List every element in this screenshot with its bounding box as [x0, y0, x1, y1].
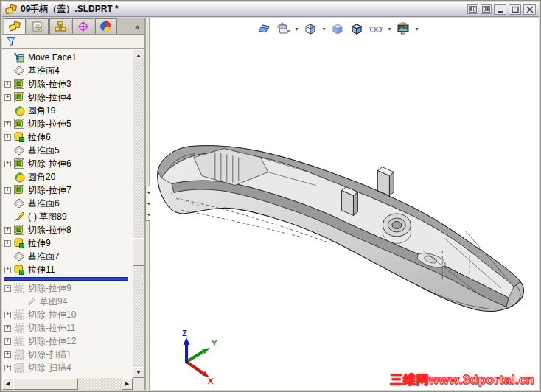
feature-manager-panel: » Move Face1基准面4+切除-拉伸3+切除-拉伸4圆角19+切除-拉伸… [2, 18, 145, 390]
origin-triad: Z Y X [161, 315, 227, 386]
tree-expand-toggle[interactable]: + [4, 312, 11, 318]
displaymanager-tab[interactable] [95, 18, 117, 34]
propertymanager-icon [32, 21, 43, 32]
fillet-icon [13, 105, 25, 116]
feature-tree-item-label: 切除-拉伸9 [28, 282, 71, 295]
filter-funnel-icon [6, 36, 16, 46]
sketch-icon [13, 211, 25, 223]
feature-tree-item[interactable]: 基准面6 [2, 197, 133, 210]
split-view-right-button[interactable] [481, 4, 492, 14]
tree-expand-toggle[interactable]: + [4, 365, 11, 371]
feature-tree-item[interactable]: +切除-拉伸10 [2, 308, 133, 321]
feature-tree-item[interactable]: Move Face1 [2, 51, 133, 64]
feature-tree-item-label: 切除-拉伸4 [28, 91, 71, 104]
scroll-right-button[interactable]: ▶ [122, 378, 133, 390]
feature-tree-item[interactable]: +切除-拉伸8 [2, 223, 133, 237]
cut-extrude-suppressed-icon [13, 309, 25, 321]
feature-tree-item[interactable]: +切除-拉伸4 [2, 91, 133, 104]
feature-tree-item[interactable]: +切除-拉伸11 [2, 321, 133, 335]
maximize-button[interactable] [509, 4, 521, 15]
boss-extrude-icon [13, 131, 25, 143]
feature-tree-item[interactable]: -切除-拉伸9 [2, 281, 133, 295]
panel-tab-strip: » [2, 18, 144, 35]
feature-tree-item[interactable]: +切除-拉伸5 [2, 117, 133, 130]
plane-icon [13, 144, 25, 156]
boss-extrude-icon [13, 237, 25, 249]
rollback-bar[interactable] [4, 277, 128, 281]
cut-extrude-icon [13, 224, 25, 236]
feature-tree-item[interactable]: +切除-拉伸7 [2, 183, 133, 197]
tree-expand-toggle[interactable]: + [4, 240, 11, 247]
feature-tree-item-label: 基准面4 [28, 65, 60, 77]
feature-tree-item[interactable]: 草图94 [2, 295, 133, 308]
plane-icon [13, 251, 25, 262]
feature-tree-item[interactable]: 基准面4 [2, 64, 133, 77]
window-title: 09手柄（盖）.SLDPRT * [21, 3, 119, 15]
feature-tree-item-label: 拉伸11 [28, 264, 55, 276]
solidworks-part-icon [5, 4, 18, 15]
close-button[interactable] [523, 4, 536, 15]
filter-bar[interactable] [2, 35, 144, 49]
scroll-up-button[interactable]: ▲ [133, 49, 144, 60]
feature-tree-item[interactable]: (-) 草图89 [2, 210, 133, 223]
cut-extrude-icon [13, 91, 25, 103]
tree-expand-toggle[interactable]: - [4, 285, 11, 292]
feature-tree-item[interactable]: +切除-扫描1 [2, 348, 133, 361]
plane-icon [13, 197, 25, 209]
tree-expand-toggle[interactable]: + [4, 161, 11, 167]
minimize-button[interactable] [494, 4, 506, 15]
featuremanager-tab[interactable] [4, 18, 26, 34]
tree-horizontal-scrollbar: ◀ ▶ [2, 378, 133, 390]
tree-expand-toggle[interactable]: + [4, 267, 11, 273]
tree-expand-toggle[interactable]: + [4, 187, 11, 194]
client-area: » Move Face1基准面4+切除-拉伸3+切除-拉伸4圆角19+切除-拉伸… [2, 18, 539, 390]
split-view-left-button[interactable] [467, 4, 478, 14]
feature-tree-item-label: 切除-拉伸12 [28, 335, 76, 348]
feature-tree-item[interactable]: +切除-拉伸3 [2, 77, 133, 91]
tree-expand-toggle[interactable]: + [4, 94, 11, 101]
tree-vertical-scrollbar: ▲ ▼ [133, 49, 144, 378]
propertymanager-tab[interactable] [27, 18, 49, 34]
feature-tree-item-label: 切除-拉伸10 [28, 309, 76, 321]
dimxpertmanager-tab[interactable] [72, 18, 94, 34]
configurationmanager-tab[interactable] [49, 18, 71, 34]
feature-tree-item[interactable]: +拉伸9 [2, 237, 133, 250]
feature-tree-item[interactable]: 圆角19 [2, 104, 133, 117]
graphics-viewport[interactable]: ▾▾▾▾ [150, 18, 539, 390]
titlebar: 09手柄（盖）.SLDPRT * [2, 2, 539, 17]
feature-tree-item-label: 切除-拉伸8 [28, 224, 71, 237]
feature-tree-item[interactable]: 基准面5 [2, 144, 133, 157]
feature-tree-item[interactable]: +切除-拉伸12 [2, 335, 133, 348]
solidworks-window: 09手柄（盖）.SLDPRT * » [0, 0, 541, 392]
vertical-scroll-thumb[interactable] [133, 238, 144, 266]
horizontal-scroll-track [13, 378, 122, 390]
feature-tree-item-label: Move Face1 [28, 52, 77, 63]
tree-expand-toggle[interactable]: + [4, 134, 11, 141]
cut-extrude-icon [13, 184, 25, 196]
feature-tree-item-label: 圆角20 [28, 171, 55, 183]
tree-expand-toggle[interactable]: + [4, 338, 11, 345]
feature-tree-item[interactable]: +切除-拉伸6 [2, 157, 133, 170]
feature-tree-item[interactable]: 圆角20 [2, 170, 133, 183]
tree-expand-toggle[interactable]: + [4, 121, 11, 127]
scrollbar-corner [133, 378, 144, 390]
tree-expand-toggle[interactable]: + [4, 227, 11, 234]
cut-extrude-icon [13, 78, 25, 90]
boss-extrude-icon [13, 264, 25, 276]
feature-tree-item[interactable]: +拉伸11 [2, 263, 133, 276]
feature-tree-item[interactable]: +拉伸6 [2, 130, 133, 144]
scroll-left-button[interactable]: ◀ [2, 378, 13, 390]
feature-tree-item[interactable]: +切除-扫描4 [2, 361, 133, 374]
fillet-icon [13, 171, 25, 183]
feature-tree-item-label: 切除-拉伸3 [28, 78, 71, 91]
scroll-down-button[interactable]: ▼ [133, 367, 144, 378]
tree-expand-toggle[interactable]: + [4, 351, 11, 358]
horizontal-scroll-thumb[interactable] [13, 378, 78, 390]
configurationmanager-icon [55, 21, 66, 32]
tree-expand-toggle[interactable]: + [4, 81, 11, 88]
feature-tree-item-label: 圆角19 [28, 105, 55, 117]
tree-expand-toggle[interactable]: + [4, 325, 11, 332]
triad-x-label: X [208, 377, 214, 385]
tab-overflow-button[interactable]: » [130, 19, 144, 34]
feature-tree-item[interactable]: 基准面7 [2, 250, 133, 263]
